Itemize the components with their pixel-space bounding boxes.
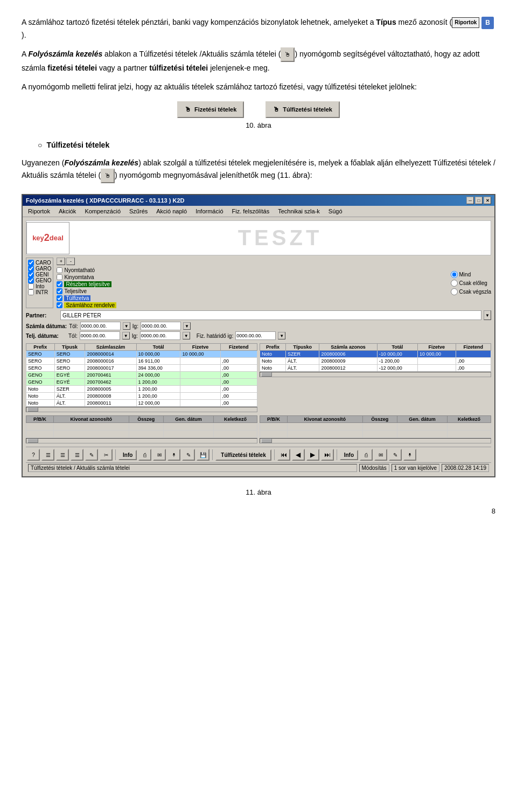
radio-group: Mind Csak előleg Csak végszla xyxy=(451,258,491,308)
info-button-left[interactable]: Info xyxy=(118,450,137,460)
nav-next-button[interactable]: ▶ xyxy=(306,449,319,461)
mail-button-2[interactable]: ✉ xyxy=(374,449,387,461)
pbk-row xyxy=(26,431,257,438)
table-row[interactable]: SEROSERO200800001616 911,00,00 xyxy=(26,358,257,365)
menu-fiz-felszolitas[interactable]: Fiz. felszólítás xyxy=(229,207,273,216)
nav-first-button[interactable]: ⏮ xyxy=(277,449,290,461)
list-button-3[interactable]: ☰ xyxy=(71,449,83,461)
menu-riportok[interactable]: Riportok xyxy=(25,207,53,216)
maximize-button[interactable]: □ xyxy=(475,197,483,204)
cb-geno-input[interactable] xyxy=(28,277,34,283)
plus-button[interactable]: + xyxy=(57,258,65,265)
paragraph-1: A számlához tartozó fizetési tételek pén… xyxy=(22,16,495,41)
cb-into-input[interactable] xyxy=(28,283,34,289)
minus-button[interactable]: - xyxy=(66,258,75,265)
table-row[interactable]: GENOEGYÉ2007004621 200,00,00 xyxy=(26,379,257,386)
szamla-ig-input[interactable] xyxy=(141,322,181,330)
stamp-button-1[interactable]: 🖈 xyxy=(167,449,180,461)
print-button-1[interactable]: ⎙ xyxy=(138,449,151,461)
cb-garo-input[interactable] xyxy=(28,266,34,272)
window-body: key2deal TESZT CARO xyxy=(23,217,494,476)
table-row[interactable]: NotoÁLT.200800012-12 000,00,00 xyxy=(260,365,491,372)
status-mid: Módosítás xyxy=(359,464,389,472)
radio-eloleg-input[interactable] xyxy=(451,280,458,287)
close-button[interactable]: ✕ xyxy=(484,197,491,204)
pbk-left-scrollbar[interactable] xyxy=(26,438,257,443)
status-left: Túlfizetési tételek / Aktuális számla té… xyxy=(28,464,357,472)
cb-teljesitve-input[interactable] xyxy=(57,288,62,294)
menu-szures[interactable]: Szűrés xyxy=(126,207,151,216)
cb-szamlához-input[interactable] xyxy=(57,302,62,308)
menu-kompenzacio[interactable]: Kompenzáció xyxy=(81,207,124,216)
pbk-right-scrollbar[interactable] xyxy=(260,438,491,443)
edit-button-1[interactable]: ✎ xyxy=(85,449,98,461)
partner-dropdown-btn[interactable]: ▼ xyxy=(484,310,491,320)
list-button-2[interactable]: ☰ xyxy=(56,449,69,461)
nav-last-button[interactable]: ⏭ xyxy=(321,449,334,461)
cb-caro-input[interactable] xyxy=(28,260,34,266)
rcol-fizetve: Fizetve xyxy=(417,344,456,351)
szamla-ig-btn[interactable]: ▼ xyxy=(183,322,191,330)
telj-ig-btn[interactable]: ▼ xyxy=(183,332,190,339)
edit-button-2[interactable]: ✎ xyxy=(182,449,195,461)
menu-informacio[interactable]: Információ xyxy=(192,207,226,216)
paragraph-2: A Folyószámla kezelés ablakon a Túlfizet… xyxy=(22,47,495,74)
table-row[interactable]: NotoÁLT.2008000081 200,00,00 xyxy=(26,393,257,400)
table-row[interactable]: GENOEGYÉ20070046124 000,00,00 xyxy=(26,372,257,379)
help-button[interactable]: ? xyxy=(27,449,40,461)
page-number: 8 xyxy=(22,507,495,515)
stamp-button-2[interactable]: 🖈 xyxy=(403,449,416,461)
tulfizetesi-tetelek-button[interactable]: 🖱 Túlfizetési tételek xyxy=(266,101,340,118)
partner-input[interactable] xyxy=(60,310,481,320)
print-button-2[interactable]: ⎙ xyxy=(360,449,373,461)
save-button[interactable]: 💾 xyxy=(197,449,209,461)
szamla-tol-btn[interactable]: ▼ xyxy=(123,322,130,330)
status-right: 1 sor van kijelölve xyxy=(392,464,439,472)
table-row[interactable]: NotoSZER200800006-10 000,0010 000,00 xyxy=(260,351,491,358)
left-table-scrollbar[interactable] xyxy=(26,407,257,412)
fiz-hatarid-input[interactable] xyxy=(235,331,276,340)
separator-4 xyxy=(337,449,337,460)
telj-tol-input[interactable] xyxy=(80,331,120,340)
mail-button-1[interactable]: ✉ xyxy=(153,449,166,461)
cb-garo: GARO xyxy=(28,266,51,272)
list-button-1[interactable]: ☰ xyxy=(41,449,54,461)
cb-intr-input[interactable] xyxy=(28,289,34,295)
cb-geni-input[interactable] xyxy=(28,272,34,277)
table-row[interactable]: NotoÁLT.20080001112 000,00,00 xyxy=(26,400,257,407)
tulfizetesi-tetelek-bottom-btn[interactable]: Túlfizetési tételek xyxy=(215,449,271,461)
right-filter-panel: + - Nyomtatható Kinyomtatva xyxy=(57,258,491,308)
status-date: 2008.02.28 14:19 xyxy=(442,464,489,472)
table-row[interactable]: NotoÁLT.200800009-1 200,00,00 xyxy=(260,358,491,365)
pbk-row xyxy=(26,423,257,431)
cb-reszben-input[interactable] xyxy=(57,281,62,287)
scissors-button[interactable]: ✂ xyxy=(100,449,113,461)
table-row[interactable]: SEROSERO200800001410 000,0010 000,00 xyxy=(26,351,257,358)
cb-nyomtathato-input[interactable] xyxy=(57,267,62,273)
right-table-scrollbar[interactable] xyxy=(260,372,491,377)
fiz-hatarid-btn[interactable]: ▼ xyxy=(278,332,285,339)
table-row[interactable]: NotoSZER2008000051 200,00,00 xyxy=(26,386,257,393)
cb-geni: GENI xyxy=(28,272,51,277)
szamla-tol-input[interactable] xyxy=(80,322,121,330)
cb-kinyomtatva-input[interactable] xyxy=(57,274,62,280)
nav-prev-button[interactable]: ◀ xyxy=(292,449,305,461)
menu-akciok[interactable]: Akciók xyxy=(55,207,79,216)
paragraph-4: Ugyanezen (Folyószámla kezelés) ablak sz… xyxy=(22,157,495,184)
col-tipusk: Típusk xyxy=(54,344,85,351)
menu-akcio-naplo[interactable]: Akció napló xyxy=(153,207,190,216)
radio-mind-input[interactable] xyxy=(451,271,458,278)
cb-tulfizetva: Túlfizetva xyxy=(57,295,447,301)
telj-ig-input[interactable] xyxy=(140,331,180,340)
table-row[interactable]: SEROSERO2008000017394 336,00,00 xyxy=(26,365,257,372)
menu-technikai[interactable]: Technikai szla-k xyxy=(275,207,323,216)
fizetes-tetelek-button[interactable]: 🖱 Fizetési tételek xyxy=(177,101,244,118)
edit-button-3[interactable]: ✎ xyxy=(389,449,402,461)
radio-vegszla-input[interactable] xyxy=(451,288,458,295)
info-button-right[interactable]: Info xyxy=(340,450,358,460)
cb-tulfizetva-input[interactable] xyxy=(57,295,62,301)
minimize-button[interactable]: ─ xyxy=(466,197,474,204)
pbk-left: P/B/K Kivonat azonosító Összeg Gen. dátu… xyxy=(26,415,257,445)
menu-sugo[interactable]: Súgó xyxy=(325,207,346,216)
telj-tol-btn[interactable]: ▼ xyxy=(122,332,130,339)
